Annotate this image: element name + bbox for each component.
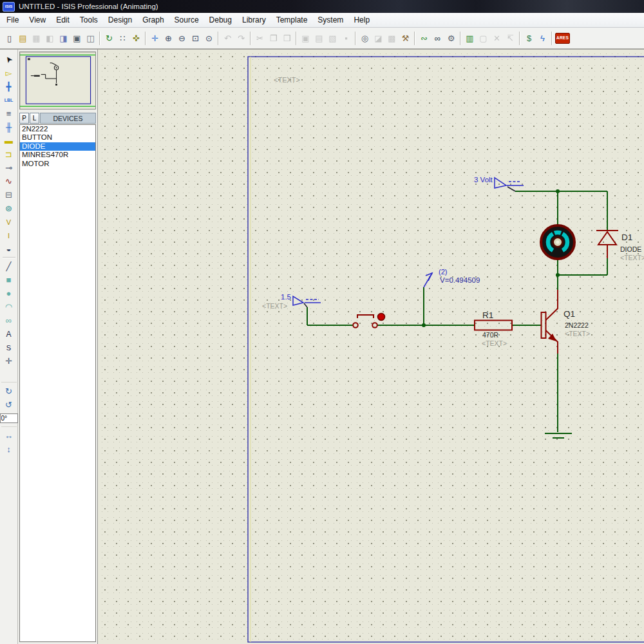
2d-circle-mode-icon[interactable]: ● [2,287,16,300]
transistor-value-label[interactable]: 2N2222 [565,321,589,329]
open-design-icon[interactable]: ▤ [17,32,29,44]
decompose-tool-icon[interactable]: ⚒ [399,32,412,44]
2d-marker-mode-icon[interactable]: ✛ [2,354,16,368]
pick-parts-from-libraries-icon[interactable]: ◎ [359,32,371,44]
current-probe-mode-icon[interactable]: I [2,229,16,242]
search-and-tag-icon[interactable]: ∞ [431,32,444,44]
transistor-component[interactable]: Q1 2N2222 <TEXT> [542,290,591,354]
generator-mode-icon[interactable]: ⊚ [2,202,16,215]
menu-help[interactable]: Help [348,13,375,27]
pick-devices-button[interactable]: P [19,113,29,124]
menu-edit[interactable]: Edit [51,13,75,27]
schematic-canvas[interactable]: <TEXT> [98,50,644,644]
menu-template[interactable]: Template [271,13,313,27]
flip-horizontal-icon[interactable]: ↔ [2,429,16,442]
subcircuit-mode-icon[interactable]: ▬ [2,134,16,147]
toggle-grid-icon[interactable]: ∷ [117,32,129,44]
center-at-cursor-icon[interactable]: ✛ [149,32,161,44]
diode-ref-label[interactable]: D1 [621,232,632,242]
battery-3v-label: 3 Volt [474,176,493,184]
menu-source[interactable]: Source [169,13,204,27]
new-design-icon[interactable]: ▯ [3,32,15,44]
toggle-false-origin-icon[interactable]: ✜ [130,32,142,44]
wire-label-mode-icon[interactable]: LBL [2,93,16,107]
zoom-in-icon[interactable]: ⊕ [162,32,175,44]
resistor-value-label[interactable]: 470R [482,331,499,339]
netlist-to-ares-icon[interactable]: ARES [555,33,570,44]
workspace: ➤▻╋LBL≡╫▬⊐⊸∿⊟⊚VI◒╱■●◠∞AS✛↻↺↔↕ [0,49,644,644]
toolbar-separator [218,32,219,45]
buses-mode-icon[interactable]: ╫ [2,120,16,134]
flip-vertical-icon[interactable]: ↕ [2,442,16,456]
rotate-anticlockwise-icon[interactable]: ↺ [2,398,16,412]
menu-graph[interactable]: Graph [137,13,169,27]
wire-autorouter-icon[interactable]: ∾ [418,32,430,44]
device-item-diode[interactable]: DIODE [20,142,95,151]
menu-system[interactable]: System [312,13,348,27]
resistor-ref-label[interactable]: R1 [482,310,493,320]
selection-pointer-icon[interactable]: ➤ [2,53,16,66]
overview-minimap[interactable] [19,52,96,109]
rotation-angle-input[interactable] [0,413,18,423]
export-section-icon[interactable]: ◨ [57,32,70,44]
isis-app-icon: ISIS [3,2,15,12]
device-item-minres470r[interactable]: MINRES470R [20,151,95,159]
component-mode-icon[interactable]: ▻ [2,66,16,80]
menu-debug[interactable]: Debug [204,13,237,27]
design-explorer-icon[interactable]: ▥ [464,32,476,44]
electrical-rule-check-icon[interactable]: ϟ [536,32,549,44]
diode-component[interactable]: D1 DIODE <TEXT> [596,231,644,261]
voltage-probe[interactable]: (2) V=0.494509 [424,268,480,287]
zoom-to-area-icon[interactable]: ⊡ [189,32,202,44]
toolbar-separator [551,32,553,45]
zoom-out-icon[interactable]: ⊖ [176,32,188,44]
toolbar-separator [250,32,251,45]
tape-recorder-mode-icon[interactable]: ⊟ [2,188,16,202]
battery-3v[interactable]: 3 Volt [474,176,524,191]
virtual-instruments-mode-icon[interactable]: ◒ [2,242,16,256]
menu-tools[interactable]: Tools [75,13,103,27]
transistor-ref-label[interactable]: Q1 [564,309,575,319]
main-toolbar: ▯▤▦◧◨▣◫↻∷✜✛⊕⊖⊡⊙↶↷✂❐❒▣▤▧▪◎◪▩⚒∾∞⚙▥▢✕↸$ϟARE… [0,28,644,49]
titlebar[interactable]: ISIS UNTITLED - ISIS Professional (Anima… [0,0,644,13]
menu-design[interactable]: Design [103,13,137,27]
zoom-to-sheet-icon[interactable]: ⊙ [203,32,215,44]
2d-line-mode-icon[interactable]: ╱ [2,260,16,273]
junction-dot-mode-icon[interactable]: ╋ [2,80,16,93]
move-block-icon: ▤ [313,32,325,44]
device-item-motor[interactable]: MOTOR [20,160,95,168]
redraw-display-icon[interactable]: ↻ [103,32,115,44]
toolbar-separator [145,32,146,45]
mirror-controls: ↔↕ [1,426,17,456]
diode-value-label[interactable]: DIODE [620,245,641,253]
cut-to-clipboard-icon: ✂ [254,32,266,44]
2d-box-mode-icon[interactable]: ■ [2,273,16,287]
device-item-2n2222[interactable]: 2N2222 [20,125,95,133]
rotate-clockwise-icon[interactable]: ↻ [2,384,16,398]
rotation-controls: ↻↺ [1,382,17,424]
library-manager-button[interactable]: L [30,113,39,124]
bill-of-materials-icon[interactable]: $ [523,32,535,44]
menu-library[interactable]: Library [237,13,271,27]
graph-mode-icon[interactable]: ∿ [2,175,16,188]
battery-1v5[interactable]: 1.5 <TEXT> [262,293,321,310]
ground-symbol[interactable] [545,433,572,438]
menu-view[interactable]: View [24,13,51,27]
motor-component[interactable] [541,225,574,260]
2d-path-mode-icon[interactable]: ∞ [2,314,16,327]
device-pins-mode-icon[interactable]: ⊸ [2,161,16,175]
terminals-mode-icon[interactable]: ⊐ [2,147,16,161]
property-assignment-tool-icon[interactable]: ⚙ [445,32,457,44]
2d-symbol-mode-icon[interactable]: S [2,341,16,354]
print-design-icon[interactable]: ▣ [71,32,83,44]
device-item-button[interactable]: BUTTON [20,133,95,142]
button-actuator[interactable] [378,314,385,321]
voltage-probe-mode-icon[interactable]: V [2,215,16,229]
2d-text-mode-icon[interactable]: A [2,327,16,341]
app-window: ISIS UNTITLED - ISIS Professional (Anima… [0,0,644,644]
menu-file[interactable]: File [1,13,24,27]
resistor-component[interactable]: R1 470R <TEXT> [475,310,512,347]
2d-arc-mode-icon[interactable]: ◠ [2,300,16,314]
mark-output-area-icon[interactable]: ◫ [84,32,97,44]
text-script-mode-icon[interactable]: ≡ [2,107,16,120]
